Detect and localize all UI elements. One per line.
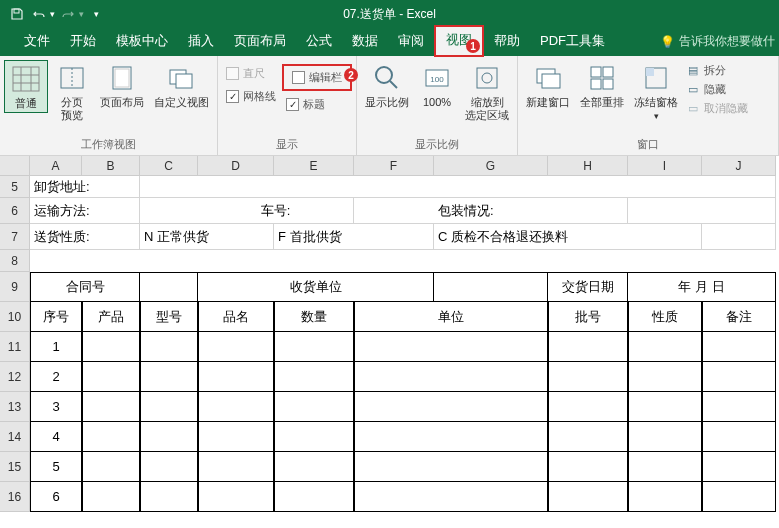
split-button[interactable]: ▤拆分: [684, 62, 750, 79]
cell[interactable]: 序号: [30, 302, 82, 332]
cell[interactable]: [140, 422, 198, 452]
cell[interactable]: [702, 422, 776, 452]
cell[interactable]: 包装情况:: [434, 198, 628, 224]
column-header[interactable]: B: [82, 156, 140, 176]
cell[interactable]: [274, 392, 354, 422]
cell[interactable]: [198, 362, 274, 392]
undo-dropdown[interactable]: ▾: [50, 9, 55, 19]
cell[interactable]: 性质: [628, 302, 702, 332]
cell[interactable]: [198, 392, 274, 422]
cell[interactable]: [434, 272, 548, 302]
cell[interactable]: [82, 392, 140, 422]
cell[interactable]: 年 月 日: [628, 272, 776, 302]
cell[interactable]: [628, 422, 702, 452]
cell[interactable]: [548, 482, 628, 512]
row-header[interactable]: 11: [0, 332, 30, 362]
cell[interactable]: 交货日期: [548, 272, 628, 302]
headings-checkbox[interactable]: ✓标题: [282, 95, 352, 114]
cell[interactable]: [628, 392, 702, 422]
column-header[interactable]: E: [274, 156, 354, 176]
cell[interactable]: [702, 452, 776, 482]
column-header[interactable]: C: [140, 156, 198, 176]
column-header[interactable]: H: [548, 156, 628, 176]
row-header[interactable]: 15: [0, 452, 30, 482]
column-header[interactable]: A: [30, 156, 82, 176]
cell[interactable]: [274, 362, 354, 392]
cell[interactable]: 合同号: [30, 272, 140, 302]
row-header[interactable]: 10: [0, 302, 30, 332]
cell[interactable]: 收货单位: [198, 272, 434, 302]
row-header[interactable]: 9: [0, 272, 30, 302]
qat-customize[interactable]: ▾: [94, 9, 99, 19]
cell[interactable]: [82, 422, 140, 452]
row-header[interactable]: 6: [0, 198, 30, 224]
cell[interactable]: N 正常供货: [140, 224, 274, 250]
cell[interactable]: [198, 482, 274, 512]
cell[interactable]: [548, 422, 628, 452]
tab-help[interactable]: 帮助: [484, 28, 530, 56]
tab-data[interactable]: 数据: [342, 28, 388, 56]
redo-dropdown[interactable]: ▾: [79, 9, 84, 19]
new-window-button[interactable]: 新建窗口: [522, 60, 574, 111]
cell[interactable]: [354, 422, 548, 452]
cell[interactable]: F 首批供货: [274, 224, 434, 250]
row-header[interactable]: 14: [0, 422, 30, 452]
tab-pdf[interactable]: PDF工具集: [530, 28, 615, 56]
cell[interactable]: [628, 362, 702, 392]
freeze-panes-button[interactable]: 冻结窗格▾: [630, 60, 682, 124]
column-header[interactable]: F: [354, 156, 434, 176]
row-header[interactable]: 12: [0, 362, 30, 392]
cell[interactable]: [82, 362, 140, 392]
cell[interactable]: 4: [30, 422, 82, 452]
tab-insert[interactable]: 插入: [178, 28, 224, 56]
tab-file[interactable]: 文件: [14, 28, 60, 56]
cell[interactable]: [140, 392, 198, 422]
cell[interactable]: 备注: [702, 302, 776, 332]
cell[interactable]: [198, 422, 274, 452]
column-header[interactable]: J: [702, 156, 776, 176]
cell[interactable]: [30, 198, 776, 224]
cell[interactable]: [628, 452, 702, 482]
row-header[interactable]: 16: [0, 482, 30, 512]
cell[interactable]: [548, 332, 628, 362]
redo-icon[interactable]: [59, 5, 77, 23]
cell[interactable]: 6: [30, 482, 82, 512]
undo-icon[interactable]: [30, 5, 48, 23]
cell[interactable]: [82, 482, 140, 512]
cell[interactable]: [140, 272, 198, 302]
cell[interactable]: [30, 176, 776, 198]
normal-view-button[interactable]: 普通: [4, 60, 48, 113]
column-header[interactable]: G: [434, 156, 548, 176]
tab-view[interactable]: 视图1: [434, 25, 484, 57]
cell[interactable]: 产品: [82, 302, 140, 332]
gridlines-checkbox[interactable]: ✓网格线: [222, 87, 280, 106]
tab-review[interactable]: 审阅: [388, 28, 434, 56]
cell[interactable]: [702, 392, 776, 422]
cell[interactable]: [548, 362, 628, 392]
cell[interactable]: 数量: [274, 302, 354, 332]
zoom-100-button[interactable]: 100 100%: [415, 60, 459, 111]
save-icon[interactable]: [8, 5, 26, 23]
cell[interactable]: [198, 332, 274, 362]
cell[interactable]: C 质检不合格退还换料: [434, 224, 702, 250]
cell[interactable]: [628, 332, 702, 362]
cell[interactable]: 5: [30, 452, 82, 482]
tab-layout[interactable]: 页面布局: [224, 28, 296, 56]
cell[interactable]: [354, 362, 548, 392]
formula-bar-checkbox[interactable]: 编辑栏: [292, 70, 342, 85]
cell[interactable]: [702, 332, 776, 362]
tab-formula[interactable]: 公式: [296, 28, 342, 56]
cell[interactable]: 单位: [354, 302, 548, 332]
cell[interactable]: [548, 392, 628, 422]
cell[interactable]: [702, 482, 776, 512]
cell[interactable]: [354, 482, 548, 512]
row-header[interactable]: 13: [0, 392, 30, 422]
cell[interactable]: [140, 482, 198, 512]
cell[interactable]: 批号: [548, 302, 628, 332]
cell[interactable]: 卸货地址:: [30, 176, 140, 198]
cell[interactable]: 2: [30, 362, 82, 392]
row-header[interactable]: 7: [0, 224, 30, 250]
cell[interactable]: [702, 362, 776, 392]
cell[interactable]: 型号: [140, 302, 198, 332]
cell[interactable]: 3: [30, 392, 82, 422]
